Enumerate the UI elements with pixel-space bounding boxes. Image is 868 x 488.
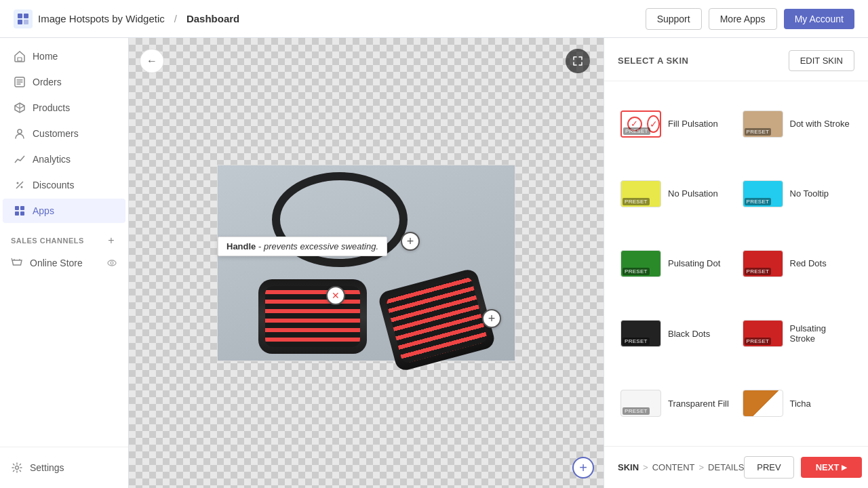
skin-label-dot-stroke: Dot with Stroke (790, 119, 850, 129)
skin-item-no-pulsation[interactable]: PRESET No Pulsation (618, 162, 733, 225)
support-button[interactable]: Support (646, 8, 702, 30)
skin-item-pulsating-stroke[interactable]: PRESET Pulsating Stroke (740, 302, 855, 365)
online-store-eye-button[interactable] (106, 258, 117, 268)
skin-item-transparent[interactable]: PRESET Transparent Fill (618, 372, 733, 435)
skin-label-black-dots: Black Dots (668, 329, 710, 339)
sidebar-item-home[interactable]: Home (3, 44, 125, 68)
sidebar-item-discounts[interactable]: Discounts (3, 173, 125, 197)
skin-preview-no-tooltip: PRESET (743, 180, 783, 207)
skin-preview-ticha (743, 390, 783, 417)
image-container: Handle - prevents excessive sweating. + … (217, 165, 515, 361)
sidebar-item-analytics[interactable]: Analytics (3, 147, 125, 171)
hotspot-plus-3[interactable]: + (482, 309, 501, 328)
preset-badge-dot-stroke: PRESET (745, 128, 772, 136)
skin-label-pulsating-dot: Pulsating Dot (668, 258, 720, 268)
sidebar-item-apps[interactable]: Apps (3, 199, 125, 223)
hotspot-close-2[interactable]: ✕ (326, 286, 345, 305)
breadcrumb-separator: / (174, 13, 177, 24)
preset-badge-transparent: PRESET (623, 407, 650, 415)
sidebar-item-orders-label: Orders (33, 77, 62, 87)
sidebar-bottom: Settings (0, 447, 128, 488)
sales-channels-label: SALES CHANNELS (11, 237, 84, 245)
svg-rect-12 (15, 211, 19, 216)
sales-channels-section: SALES CHANNELS + (0, 224, 128, 251)
skin-item-black-dots[interactable]: PRESET Black Dots (618, 302, 733, 365)
breadcrumb-content: CONTENT (652, 462, 695, 472)
sidebar-item-settings[interactable]: Settings (0, 455, 128, 480)
add-sales-channel-button[interactable]: + (105, 235, 117, 247)
sidebar-item-customers-label: Customers (33, 128, 79, 139)
svg-rect-13 (20, 211, 24, 216)
skin-grid: ✓ PRESET Fill Pulsation PRESET Dot with … (604, 81, 868, 446)
preset-badge-pulsating-dot: PRESET (623, 268, 650, 275)
topbar-right: Support More Apps My Account (646, 8, 854, 30)
edit-skin-button[interactable]: EDIT SKIN (789, 50, 854, 71)
svg-rect-1 (24, 14, 28, 18)
next-button[interactable]: NEXT (801, 457, 863, 478)
canvas-add-button[interactable]: + (572, 457, 594, 479)
skin-preview-black-dots: PRESET (620, 320, 661, 347)
skin-label-pulsating-stroke: Pulsating Stroke (790, 323, 852, 344)
skin-item-fill-pulsation[interactable]: ✓ PRESET Fill Pulsation (618, 92, 733, 155)
tooltip-dash: - (256, 241, 264, 251)
skin-label-ticha: Ticha (790, 399, 811, 409)
svg-rect-11 (20, 206, 24, 210)
fullscreen-button[interactable] (566, 49, 590, 73)
settings-icon (11, 462, 23, 474)
skin-item-ticha[interactable]: Ticha (740, 372, 855, 435)
svg-point-15 (111, 262, 113, 264)
breadcrumb-details: DETAILS (708, 462, 744, 472)
breadcrumb-sep-1: > (643, 462, 648, 472)
sidebar-item-products-label: Products (33, 102, 70, 113)
skin-preview-no-pulsation: PRESET (620, 180, 661, 207)
sidebar-item-online-store[interactable]: Online Store (0, 251, 128, 275)
skin-label-transparent: Transparent Fill (668, 399, 729, 409)
skin-label-no-pulsation: No Pulsation (668, 188, 718, 199)
skin-item-red-dots[interactable]: PRESET Red Dots (740, 232, 855, 295)
home-icon (14, 50, 26, 62)
svg-point-16 (16, 466, 19, 470)
more-apps-button[interactable]: More Apps (709, 8, 777, 30)
skin-item-dot-stroke[interactable]: PRESET Dot with Stroke (740, 92, 855, 155)
skin-label-no-tooltip: No Tooltip (790, 188, 829, 199)
svg-rect-10 (15, 206, 19, 210)
sidebar-item-discounts-label: Discounts (33, 180, 74, 190)
svg-point-6 (18, 129, 22, 134)
hotspot-tooltip: Handle - prevents excessive sweating. (218, 237, 387, 256)
preset-badge-fill-pulsation: PRESET (623, 127, 650, 135)
rope-handle-left (258, 279, 367, 354)
skin-label-fill-pulsation: Fill Pulsation (668, 119, 718, 129)
app-icon (14, 9, 33, 28)
skin-preview-transparent: PRESET (620, 390, 661, 417)
sidebar-item-analytics-label: Analytics (33, 154, 71, 165)
apps-icon (14, 205, 26, 217)
sidebar-item-apps-label: Apps (33, 205, 54, 216)
skin-item-no-tooltip[interactable]: PRESET No Tooltip (740, 162, 855, 225)
hotspot-plus-1[interactable]: + (401, 232, 420, 251)
topbar: Image Hotspots by Widgetic / Dashboard S… (0, 0, 868, 38)
skin-item-pulsating-dot[interactable]: PRESET Pulsating Dot (618, 232, 733, 295)
sidebar-item-customers[interactable]: Customers (3, 121, 125, 146)
sidebar-item-products[interactable]: Products (3, 96, 125, 120)
my-account-button[interactable]: My Account (784, 9, 854, 29)
tooltip-italic-text: prevents excessive sweating. (264, 241, 378, 251)
canvas-area: ← Handle - prevents excessive sweating. (129, 38, 604, 488)
products-icon (14, 102, 26, 114)
back-button[interactable]: ← (140, 49, 164, 73)
skin-preview-fill-pulsation: ✓ PRESET (620, 110, 661, 138)
breadcrumb-nav: SKIN > CONTENT > DETAILS (618, 462, 744, 472)
tooltip-bold-text: Handle (226, 241, 256, 251)
skin-preview-dot-stroke: PRESET (743, 110, 783, 138)
sidebar-item-orders[interactable]: Orders (3, 70, 125, 94)
dashboard-title: Dashboard (186, 13, 239, 24)
product-image (218, 165, 515, 361)
customers-icon (14, 127, 26, 140)
sidebar: Home Orders Products (0, 38, 129, 488)
topbar-left: Image Hotspots by Widgetic / Dashboard (14, 9, 239, 28)
preset-badge-red-dots: PRESET (745, 268, 772, 275)
prev-button[interactable]: PREV (744, 456, 793, 479)
analytics-icon (14, 153, 26, 165)
orders-icon (14, 76, 26, 88)
svg-rect-3 (24, 20, 28, 24)
panel-header: SELECT A SKIN EDIT SKIN (604, 38, 868, 81)
